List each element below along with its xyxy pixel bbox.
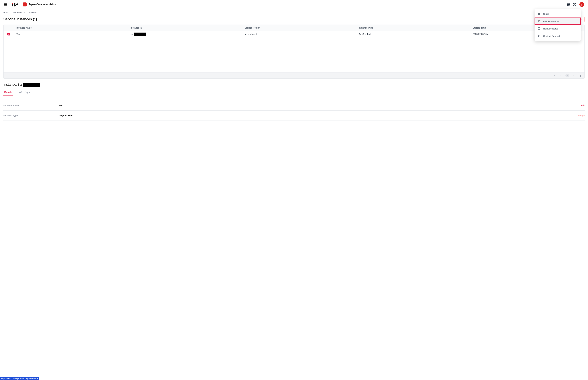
column-service-region: Service Region <box>242 27 356 29</box>
help-menu-label: Contact Support <box>543 35 560 37</box>
detail-value: Test <box>59 104 581 107</box>
help-menu-api-references[interactable]: API References <box>534 18 581 25</box>
tab-api-keys[interactable]: API Keys <box>18 89 31 96</box>
redacted <box>23 83 40 87</box>
change-button: Change <box>577 114 585 117</box>
help-icon[interactable] <box>572 2 577 7</box>
detail-tabs: Details API Keys <box>3 89 585 96</box>
org-badge: J <box>23 2 27 6</box>
table-header: Instance Name Instance ID Service Region… <box>3 25 585 31</box>
detail-row-instance-type: Instance Type AnySee Trial Change <box>3 111 585 121</box>
help-menu-guide[interactable]: Guide <box>534 10 581 18</box>
user-avatar[interactable]: y <box>579 2 584 7</box>
chevron-down-icon[interactable]: ▼ <box>57 3 59 5</box>
globe-icon[interactable] <box>566 2 571 7</box>
chevron-right-icon: › <box>27 11 27 14</box>
breadcrumb-api-services[interactable]: API Services <box>13 11 25 14</box>
page-current[interactable]: 1 <box>566 74 569 77</box>
cell-instance-type: AnySee Trial <box>356 33 470 35</box>
instances-table: Instance Name Instance ID Service Region… <box>3 25 585 79</box>
help-menu-label: API References <box>543 20 559 22</box>
tab-details[interactable]: Details <box>3 89 13 96</box>
instance-detail-title: Instance: ira- <box>3 83 585 87</box>
detail-label: Instance Type <box>3 114 59 117</box>
cell-instance-id: ira- <box>127 33 242 36</box>
breadcrumb-anysee[interactable]: AnySee <box>29 11 37 14</box>
brand-logo[interactable] <box>12 2 19 7</box>
page-next-icon[interactable]: › <box>572 74 576 77</box>
chevron-right-icon: › <box>11 11 11 14</box>
page-title: Service Instances (1) <box>3 17 37 21</box>
column-instance-name: Instance Name <box>13 27 127 29</box>
svg-point-2 <box>573 3 576 6</box>
column-instance-type: Instance Type <box>356 27 470 29</box>
page-last-icon[interactable]: ›| <box>578 74 582 77</box>
edit-button[interactable]: Edit <box>581 104 585 107</box>
breadcrumb: Home › API Services › AnySee <box>3 11 585 14</box>
detail-row-instance-name: Instance Name Test Edit <box>3 100 585 111</box>
table-row[interactable]: ✓ Test ira- ap-northeast-1 AnySee Trial … <box>3 31 585 37</box>
cell-service-region: ap-northeast-1 <box>242 33 356 35</box>
menu-icon[interactable] <box>4 3 7 6</box>
help-dropdown: Guide API References Release Notes Conta… <box>534 9 581 41</box>
help-menu-label: Guide <box>543 13 549 15</box>
help-menu-contact-support[interactable]: Contact Support <box>534 32 581 40</box>
cell-instance-name: Test <box>13 33 127 35</box>
help-menu-label: Release Notes <box>543 27 558 30</box>
breadcrumb-home[interactable]: Home <box>3 11 9 14</box>
detail-value: AnySee Trial <box>59 114 577 117</box>
svg-point-0 <box>12 3 13 4</box>
redacted <box>134 33 146 36</box>
column-instance-id: Instance ID <box>127 27 242 29</box>
org-name[interactable]: Japan Computer Vision <box>29 3 56 6</box>
app-header: J Japan Computer Vision ▼ y <box>0 0 588 9</box>
page-prev-icon[interactable]: ‹ <box>559 74 563 77</box>
page-first-icon[interactable]: |‹ <box>552 74 556 77</box>
row-checkbox[interactable]: ✓ <box>7 33 10 36</box>
help-menu-release-notes[interactable]: Release Notes <box>534 25 581 32</box>
svg-point-3 <box>574 5 575 5</box>
pagination: |‹ ‹ 1 › ›| <box>3 72 585 78</box>
detail-label: Instance Name <box>3 104 59 107</box>
